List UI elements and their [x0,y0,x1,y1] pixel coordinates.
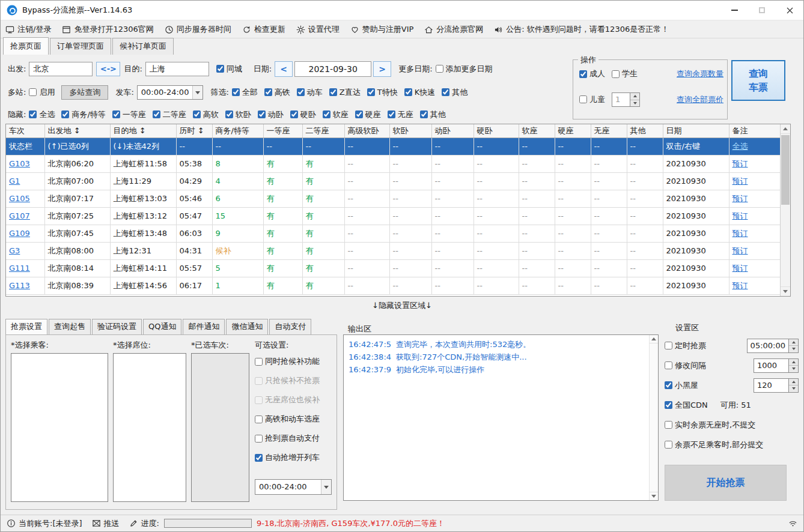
train-row[interactable]: G3北京南08:00上海12:3104:31候补有有--------------… [6,242,780,259]
hide-option-checkbox[interactable] [61,110,69,118]
grab-option-checkbox[interactable] [255,435,263,443]
settings-tab-2[interactable]: 验证码设置 [92,319,142,334]
status-row[interactable]: 状态栏(↑)已选0列(↓)未选42列----------------------… [6,138,780,155]
column-header[interactable]: 历时 ↕ [176,124,212,138]
hide-option-checkbox[interactable] [290,110,298,118]
minimize-button[interactable] [720,1,748,20]
multi-station-query-button[interactable]: 多站查询 [61,85,108,100]
toolbar-item-1[interactable]: 免登录打开12306官网 [62,24,153,35]
multi-station-enable-option-checkbox[interactable] [29,88,37,96]
close-button[interactable] [776,1,803,20]
spin-up-icon[interactable] [630,93,639,100]
book-link[interactable]: 预订 [732,211,748,220]
settings-tab-6[interactable]: 自动支付 [269,319,311,334]
grab-option[interactable]: 只抢候补不抢票 [255,371,334,390]
multi-station-enable-option[interactable]: 启用 [29,87,55,98]
hide-option[interactable]: 软卧 [225,109,251,120]
maximize-button[interactable] [748,1,776,20]
date-next-button[interactable]: > [373,61,391,77]
filter-option[interactable]: 其他 [442,87,467,98]
hide-option[interactable]: 高软 [193,109,219,120]
column-header[interactable]: 商务/特等 [212,124,263,138]
setting-spinner[interactable]: 1000 [754,358,799,373]
scroll-down-icon[interactable] [650,492,658,500]
train-link[interactable]: G1 [9,177,20,186]
select-all-link[interactable]: 全选 [732,142,748,151]
settings-tab-1[interactable]: 查询起售 [49,319,91,334]
column-header[interactable]: 目的地 ↕ [110,124,176,138]
filter-option[interactable]: T特快 [367,87,398,98]
add-more-dates-option[interactable]: 添加更多日期 [436,64,493,74]
book-link[interactable]: 预订 [732,159,748,168]
hide-option[interactable]: 一等座 [112,109,146,120]
student-option[interactable]: 学生 [612,68,638,79]
filter-option[interactable]: Z直达 [329,87,361,98]
setting-option-checkbox[interactable] [665,361,672,369]
book-link[interactable]: 预订 [732,246,748,255]
toolbar-item-5[interactable]: 赞助与注册VIP [350,24,414,35]
table-scrollbar[interactable] [780,124,790,296]
output-log[interactable]: 16:42:47:5查询完毕，本次查询共用时:532毫秒。16:42:38:4获… [343,334,659,501]
book-link[interactable]: 预订 [732,264,748,273]
filter-option[interactable]: K快速 [404,87,436,98]
setting-option-checkbox[interactable] [665,342,672,349]
grab-time-range-select[interactable]: 00:00-24:00 [255,479,332,495]
setting-option-checkbox[interactable] [665,421,672,429]
settings-tab-3[interactable]: QQ通知 [143,319,181,334]
hide-option-checkbox[interactable] [355,110,363,118]
hide-option-checkbox[interactable] [112,110,120,118]
column-header[interactable]: 出发地 ↕ [44,124,110,138]
setting-option[interactable]: 实时余票无座时,不提交 [665,420,755,431]
adult-option-checkbox[interactable] [579,70,587,78]
query-tickets-button[interactable]: 查询 车票 [731,60,785,101]
column-header[interactable]: 日期 [663,124,729,138]
scrollbar-thumb[interactable] [781,135,790,205]
train-link[interactable]: G107 [9,211,30,220]
toolbar-item-4[interactable]: 设置代理 [296,24,340,35]
spin-down-icon[interactable] [789,346,798,352]
hide-option[interactable]: 软座 [323,109,349,120]
filter-option[interactable]: 高铁 [264,87,290,98]
same-city-option[interactable]: 同城 [216,64,242,74]
hide-option-checkbox[interactable] [29,110,37,118]
filter-option-checkbox[interactable] [442,88,449,96]
query-price-link[interactable]: 查询全部票价 [677,94,723,105]
column-header[interactable]: 备注 [729,124,780,138]
train-row[interactable]: G111北京南08:14上海虹桥14:1105:575有有-----------… [6,259,780,277]
setting-option[interactable]: 小黑屋 [665,380,698,391]
book-link[interactable]: 预订 [732,281,748,290]
hide-option-checkbox[interactable] [323,110,330,118]
book-link[interactable]: 预订 [732,177,748,186]
filter-option-checkbox[interactable] [367,88,375,96]
setting-option[interactable]: 余票不足乘客时,部分提交 [665,440,763,450]
hide-option-checkbox[interactable] [388,110,395,118]
column-header[interactable]: 动卧 [431,124,474,138]
hide-option[interactable]: 硬座 [355,109,381,120]
setting-option-checkbox[interactable] [665,441,672,449]
hide-option-checkbox[interactable] [193,110,201,118]
book-link[interactable]: 预订 [732,229,748,238]
setting-spinner[interactable]: 120 [754,378,799,393]
date-prev-button[interactable]: < [275,61,293,77]
seat-listbox[interactable] [113,353,186,502]
filter-option-checkbox[interactable] [329,88,337,96]
adult-option[interactable]: 成人 [579,68,605,79]
spin-up-icon[interactable] [789,359,798,366]
train-link[interactable]: G111 [9,264,30,273]
filter-option-checkbox[interactable] [264,88,272,96]
train-link[interactable]: G103 [9,159,30,168]
settings-tab-5[interactable]: 微信通知 [226,319,268,334]
train-row[interactable]: G113北京南08:39上海虹桥14:5606:171有有-----------… [6,277,780,294]
column-header[interactable]: 二等座 [302,124,344,138]
train-link[interactable]: G3 [9,246,20,255]
settings-tab-4[interactable]: 邮件通知 [183,319,225,334]
settings-tab-0[interactable]: 抢票设置 [5,319,47,334]
toolbar-item-3[interactable]: 检查更新 [242,24,285,35]
train-row[interactable]: G103北京南06:20上海虹桥11:5805:388有有-----------… [6,155,780,172]
setting-option[interactable]: 定时抢票 [665,340,706,351]
toolbar-item-0[interactable]: 注销/登录 [5,24,51,35]
selected-train-listbox[interactable] [191,353,249,502]
scroll-down-icon[interactable] [781,286,790,296]
column-header[interactable]: 高级软卧 [344,124,389,138]
toolbar-item-2[interactable]: 同步服务器时间 [165,24,231,35]
